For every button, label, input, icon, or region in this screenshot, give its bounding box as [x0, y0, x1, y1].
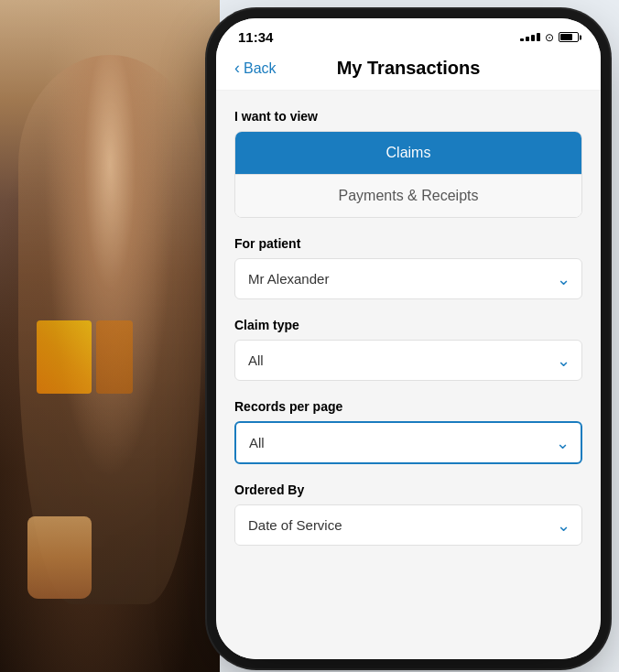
claim-type-select[interactable]: All Medical Dental Vision: [235, 341, 581, 380]
bg-glow-2: [96, 320, 133, 394]
records-select[interactable]: All 10 25 50: [236, 423, 581, 462]
patient-select[interactable]: Mr Alexander Mrs Alexander Child Alexand…: [235, 259, 581, 298]
view-label: I want to view: [234, 109, 582, 124]
records-group: Records per page All 10 25 50 ⌄: [234, 399, 582, 464]
signal-icon: [520, 33, 540, 41]
wifi-icon: ⊙: [545, 31, 554, 44]
bg-glow-1: [37, 320, 92, 394]
toggle-container: Claims Payments & Receipts: [234, 131, 582, 218]
patient-group: For patient Mr Alexander Mrs Alexander C…: [234, 236, 582, 299]
records-select-wrapper: All 10 25 50 ⌄: [234, 421, 582, 464]
back-chevron-icon: ‹: [234, 59, 240, 78]
battery-icon: [559, 32, 579, 42]
bg-coffee-cup: [27, 516, 92, 599]
status-bar: 11:34 ⊙: [216, 18, 601, 50]
claim-type-group: Claim type All Medical Dental Vision ⌄: [234, 318, 582, 381]
records-label: Records per page: [234, 399, 582, 414]
patient-select-wrapper: Mr Alexander Mrs Alexander Child Alexand…: [234, 258, 582, 299]
patient-label: For patient: [234, 236, 582, 251]
phone-frame: 11:34 ⊙ ‹ Back My Transactions I want to…: [216, 18, 601, 659]
status-icons: ⊙: [520, 31, 579, 44]
ordered-select[interactable]: Date of Service Claim Number Amount: [235, 505, 581, 545]
claim-type-select-wrapper: All Medical Dental Vision ⌄: [234, 340, 582, 381]
status-time: 11:34: [238, 29, 273, 45]
view-toggle-group: I want to view Claims Payments & Receipt…: [234, 109, 582, 218]
nav-bar: ‹ Back My Transactions: [216, 50, 601, 91]
content-area: I want to view Claims Payments & Receipt…: [216, 91, 601, 659]
back-button[interactable]: ‹ Back: [234, 59, 277, 78]
claims-toggle-button[interactable]: Claims: [235, 132, 581, 174]
ordered-label: Ordered By: [234, 482, 582, 497]
back-label: Back: [244, 60, 277, 77]
payments-toggle-button[interactable]: Payments & Receipts: [235, 175, 581, 217]
ordered-group: Ordered By Date of Service Claim Number …: [234, 482, 582, 546]
page-title: My Transactions: [337, 58, 481, 79]
background-photo: [0, 0, 220, 672]
ordered-select-wrapper: Date of Service Claim Number Amount ⌄: [234, 504, 582, 546]
claim-type-label: Claim type: [234, 318, 582, 332]
